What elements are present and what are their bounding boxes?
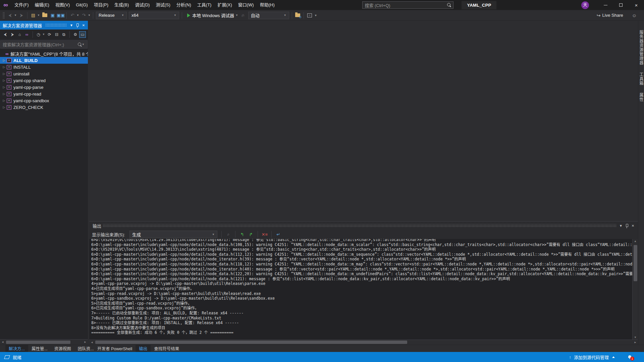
se-show-all-files-icon[interactable]: ⧉ [61,31,67,38]
tree-item-project[interactable]: ▷+yaml-cpp-parse [0,84,88,90]
se-properties-icon[interactable]: ⚙ [72,31,78,38]
live-share-button[interactable]: ↪ Live Share [597,13,623,18]
se-home-icon[interactable]: ⌂ [16,31,23,38]
output-horizontal-scrollbar[interactable]: ◄ ► [89,340,638,345]
tree-item-project[interactable]: ▷+ALL_BUILD [0,57,88,64]
expander-icon[interactable]: ▷ [1,79,7,82]
bottom-tab-查找符号结果[interactable]: 查找符号结果 [151,345,182,352]
solution-explorer-search[interactable]: 搜索解决方案资源管理器(Ctrl+;) ▼ [0,40,88,49]
menu-item-调试(D)[interactable]: 调试(D) [132,0,153,10]
add-to-source-control-button[interactable]: 添加到源代码管理 [574,354,609,360]
navigate-back-dropdown[interactable]: ▼ [14,14,17,17]
window-position-icon[interactable]: ▼ [68,23,74,27]
start-debugging-label[interactable]: 本地 Windows 调试器 [192,12,234,18]
se-forward-icon[interactable]: ⮞ [9,31,15,38]
account-badge[interactable]: 天 [581,1,589,9]
tree-item-project[interactable]: ▷+yaml-cpp-sandbox [0,97,88,104]
expander-icon[interactable]: ▷ [1,59,7,62]
tree-item-project[interactable]: ▷+yaml-cpp-read [0,90,88,97]
tree-item-project[interactable]: ▷+INSTALL [0,64,88,70]
output-close-icon[interactable]: ✕ [630,224,636,228]
sidebar-horizontal-scrollbar[interactable]: ◄ ► [0,339,88,345]
hot-reload-icon[interactable]: 🔥︎ [241,13,245,18]
menu-item-测试(S)[interactable]: 测试(S) [153,0,173,10]
toolbar-overflow-icon[interactable]: ▾ [314,13,318,17]
redo-icon[interactable]: ↷ [80,11,88,19]
menu-item-生成(B)[interactable]: 生成(B) [111,0,132,10]
solution-explorer-titlebar[interactable]: 解决方案资源管理器 ▼ ✕ [0,21,88,29]
scroll-down-icon[interactable]: ▼ [633,336,638,339]
se-pending-changes-filter-icon[interactable]: ◷ [35,31,42,38]
menu-item-编辑(E)[interactable]: 编辑(E) [32,0,52,10]
right-tab-工具箱[interactable]: 工具箱 [638,72,644,85]
output-source-combo[interactable]: 生成▼ [129,231,217,238]
bottom-tab-开发者 PowerShell[interactable]: 开发者 PowerShell [94,345,136,352]
configuration-combo[interactable]: Release▼ [96,12,127,19]
source-control-menu-icon[interactable] [612,356,615,358]
se-back-icon[interactable]: ⮜ [2,31,8,38]
right-tab-属性[interactable]: 属性 [638,93,644,102]
open-file-icon[interactable] [41,11,49,19]
menu-item-窗口(W)[interactable]: 窗口(W) [235,0,257,10]
scroll-left-icon[interactable]: ◄ [0,341,5,344]
solution-explorer-window-icon[interactable]: ⌂ [306,11,314,19]
notifications-bell-icon[interactable]: 1 [628,355,632,359]
se-filter-dropdown[interactable]: ▼ [42,33,46,36]
tree-item-solution[interactable]: ∞ 解决方案"YAML_CPP"(8 个项目，共 8 个 [0,50,88,57]
bottom-tab-输出[interactable]: 输出 [136,345,151,352]
tree-item-project[interactable]: ▷+yaml-cpp shared [0,77,88,84]
restore-button[interactable] [613,0,629,10]
se-preview-selected-toggle[interactable]: ▭ [79,31,86,38]
save-icon[interactable]: ▣ [49,11,57,19]
save-all-icon[interactable]: ▣▣ [57,11,65,19]
new-project-dropdown[interactable]: ▼ [37,14,41,17]
undo-dropdown[interactable]: ▼ [76,14,80,17]
tree-item-project[interactable]: ▷+ZERO_CHECK [0,104,88,111]
bottom-tab-属性管...[interactable]: 属性管... [28,345,51,352]
word-wrap-icon[interactable]: ↵ [275,231,282,238]
expander-icon[interactable]: ▷ [1,106,7,109]
se-collapse-all-icon[interactable]: ⊟ [53,31,60,38]
menu-item-视图(V)[interactable]: 视图(V) [52,0,73,10]
clear-all-icon[interactable]: ✕≡ [261,231,268,238]
navigate-forward-icon[interactable]: ⮞ [17,11,25,19]
output-scroll-left-icon[interactable]: ◄ [89,341,95,344]
scroll-right-icon[interactable]: ► [83,341,88,344]
se-search-dropdown[interactable]: ▼ [82,43,85,46]
debug-target-dropdown[interactable]: ▼ [235,14,239,17]
expander-icon[interactable]: ▷ [1,99,7,102]
previous-message-icon[interactable]: ↰ [238,231,246,238]
output-scroll-right-icon[interactable]: ► [633,341,638,344]
bottom-tab-资源视图[interactable]: 资源视图 [51,345,74,352]
expander-icon[interactable]: ▷ [1,65,7,69]
navigate-back-icon[interactable]: ⮜ [6,11,14,19]
expander-icon[interactable]: ▷ [1,92,7,96]
menu-item-工具(T)[interactable]: 工具(T) [194,0,215,10]
scroll-up-icon[interactable]: ▲ [633,240,638,243]
undo-icon[interactable]: ↶ [68,11,76,19]
find-message-icon[interactable]: ⌕ [225,231,232,238]
find-in-files-icon[interactable] [294,11,302,19]
tree-item-project[interactable]: ▷+uninstall [0,70,88,77]
menu-item-扩展(X)[interactable]: 扩展(X) [214,0,235,10]
attach-combo[interactable]: 自动▼ [248,12,289,19]
output-window-position-icon[interactable]: ▼ [618,224,624,228]
redo-dropdown[interactable]: ▼ [88,14,91,17]
new-project-icon[interactable]: ▤ [29,11,37,19]
minimize-button[interactable] [598,0,613,10]
start-debugging-icon[interactable] [187,13,190,17]
output-vertical-scrollbar[interactable]: ▲ ▼ [632,239,638,340]
expander-icon[interactable]: ▷ [1,85,7,89]
se-sync-icon[interactable]: ⟳ [46,31,53,38]
expander-icon[interactable]: ▷ [1,72,7,75]
output-titlebar[interactable]: 输出 ▼ ✕ [89,222,638,230]
menu-item-Git(G)[interactable]: Git(G) [73,0,91,10]
feedback-icon[interactable]: ☺ [632,13,637,18]
next-message-icon[interactable]: ↱ [247,231,255,238]
menu-item-项目(P)[interactable]: 项目(P) [91,0,111,10]
menu-item-帮助(H)[interactable]: 帮助(H) [257,0,278,10]
platform-combo[interactable]: x64▼ [129,12,179,19]
output-pin-icon[interactable] [624,224,630,228]
close-panel-icon[interactable]: ✕ [80,23,87,27]
toolbar-grip[interactable] [3,12,5,19]
